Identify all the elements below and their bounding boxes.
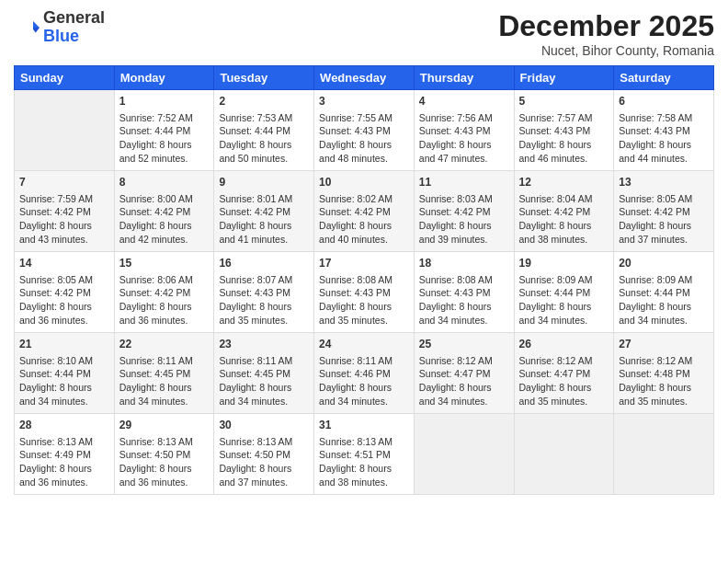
calendar-cell: 31Sunrise: 8:13 AMSunset: 4:51 PMDayligh… xyxy=(314,414,415,495)
day-info: and 46 minutes. xyxy=(519,152,609,166)
page-subtitle: Nucet, Bihor County, Romania xyxy=(498,43,714,58)
header-day-sunday: Sunday xyxy=(15,66,115,90)
day-info: Sunrise: 8:07 AM xyxy=(219,273,309,287)
day-info: and 37 minutes. xyxy=(619,233,709,247)
day-info: Sunrise: 8:13 AM xyxy=(119,435,210,449)
day-info: Daylight: 8 hours xyxy=(319,300,409,314)
day-info: Sunset: 4:49 PM xyxy=(19,448,109,462)
day-number: 8 xyxy=(119,175,210,190)
day-info: Sunrise: 8:01 AM xyxy=(219,192,309,206)
day-info: Sunrise: 8:08 AM xyxy=(419,273,509,287)
day-info: and 35 minutes. xyxy=(519,395,609,408)
day-number: 14 xyxy=(19,256,109,271)
day-info: Sunset: 4:43 PM xyxy=(219,286,309,300)
day-info: and 38 minutes. xyxy=(319,476,409,489)
calendar-table: SundayMondayTuesdayWednesdayThursdayFrid… xyxy=(14,65,714,495)
day-number: 5 xyxy=(519,94,609,109)
day-info: Sunset: 4:50 PM xyxy=(219,448,309,462)
week-row-4: 21Sunrise: 8:10 AMSunset: 4:44 PMDayligh… xyxy=(15,333,714,414)
day-info: and 42 minutes. xyxy=(119,233,210,247)
page-header: General Blue December 2025 Nucet, Bihor … xyxy=(14,9,714,58)
day-info: Daylight: 8 hours xyxy=(119,219,210,233)
day-info: Sunset: 4:42 PM xyxy=(319,205,409,219)
day-info: Sunset: 4:43 PM xyxy=(419,286,509,300)
day-info: Daylight: 8 hours xyxy=(519,300,609,314)
svg-rect-2 xyxy=(14,15,33,40)
logo-blue: Blue xyxy=(43,27,79,45)
header-day-thursday: Thursday xyxy=(414,66,514,90)
calendar-cell: 25Sunrise: 8:12 AMSunset: 4:47 PMDayligh… xyxy=(414,333,514,414)
day-info: Sunrise: 8:05 AM xyxy=(619,192,709,206)
day-info: and 36 minutes. xyxy=(19,314,109,327)
day-info: Sunrise: 7:52 AM xyxy=(119,111,210,125)
header-day-friday: Friday xyxy=(514,66,614,90)
day-info: Sunrise: 7:57 AM xyxy=(519,111,609,125)
day-number: 21 xyxy=(19,337,109,352)
calendar-cell xyxy=(514,414,614,495)
day-info: Daylight: 8 hours xyxy=(219,300,309,314)
header-day-wednesday: Wednesday xyxy=(314,66,415,90)
day-info: Daylight: 8 hours xyxy=(519,219,609,233)
day-info: Sunset: 4:42 PM xyxy=(19,286,109,300)
day-number: 20 xyxy=(619,256,709,271)
calendar-cell: 11Sunrise: 8:03 AMSunset: 4:42 PMDayligh… xyxy=(414,171,514,252)
day-info: and 35 minutes. xyxy=(219,314,309,327)
day-info: Sunrise: 8:05 AM xyxy=(19,273,109,287)
header-day-monday: Monday xyxy=(114,66,214,90)
day-info: and 34 minutes. xyxy=(519,314,609,327)
calendar-cell: 6Sunrise: 7:58 AMSunset: 4:43 PMDaylight… xyxy=(614,90,714,171)
logo-text: General Blue xyxy=(43,9,105,46)
calendar-cell: 21Sunrise: 8:10 AMSunset: 4:44 PMDayligh… xyxy=(15,333,115,414)
day-info: Sunrise: 8:12 AM xyxy=(519,354,609,368)
day-info: and 34 minutes. xyxy=(19,395,109,408)
day-info: Sunset: 4:45 PM xyxy=(119,367,210,381)
calendar-cell: 23Sunrise: 8:11 AMSunset: 4:45 PMDayligh… xyxy=(214,333,314,414)
day-info: Daylight: 8 hours xyxy=(319,462,409,476)
day-info: Sunset: 4:42 PM xyxy=(619,205,709,219)
day-number: 15 xyxy=(119,256,210,271)
day-info: Sunset: 4:44 PM xyxy=(219,124,309,138)
day-info: Daylight: 8 hours xyxy=(619,300,709,314)
day-number: 31 xyxy=(319,418,409,433)
day-info: and 34 minutes. xyxy=(619,314,709,327)
day-info: Sunrise: 8:13 AM xyxy=(19,435,109,449)
day-number: 7 xyxy=(19,175,109,190)
day-info: Sunset: 4:47 PM xyxy=(419,367,509,381)
calendar-cell: 26Sunrise: 8:12 AMSunset: 4:47 PMDayligh… xyxy=(514,333,614,414)
header-day-saturday: Saturday xyxy=(614,66,714,90)
day-info: Daylight: 8 hours xyxy=(319,381,409,395)
day-info: Daylight: 8 hours xyxy=(219,462,309,476)
day-info: Sunrise: 8:13 AM xyxy=(319,435,409,449)
day-number: 27 xyxy=(619,337,709,352)
calendar-cell xyxy=(15,90,115,171)
day-info: and 39 minutes. xyxy=(419,233,509,247)
day-info: Daylight: 8 hours xyxy=(119,381,210,395)
day-info: Sunset: 4:43 PM xyxy=(519,124,609,138)
day-info: Sunset: 4:42 PM xyxy=(519,205,609,219)
day-info: and 34 minutes. xyxy=(419,395,509,408)
day-info: and 35 minutes. xyxy=(619,395,709,408)
day-info: Sunset: 4:42 PM xyxy=(19,205,109,219)
day-info: and 47 minutes. xyxy=(419,152,509,166)
day-info: and 36 minutes. xyxy=(119,314,210,327)
calendar-cell: 13Sunrise: 8:05 AMSunset: 4:42 PMDayligh… xyxy=(614,171,714,252)
day-number: 1 xyxy=(119,94,210,109)
day-info: Sunrise: 8:00 AM xyxy=(119,192,210,206)
day-number: 13 xyxy=(619,175,709,190)
day-info: Sunset: 4:43 PM xyxy=(319,124,409,138)
day-info: Sunrise: 8:09 AM xyxy=(619,273,709,287)
logo-general: General xyxy=(43,8,105,27)
day-info: Daylight: 8 hours xyxy=(19,300,109,314)
day-info: and 36 minutes. xyxy=(19,476,109,489)
calendar-cell: 7Sunrise: 7:59 AMSunset: 4:42 PMDaylight… xyxy=(15,171,115,252)
day-info: Daylight: 8 hours xyxy=(19,219,109,233)
calendar-cell: 14Sunrise: 8:05 AMSunset: 4:42 PMDayligh… xyxy=(15,252,115,333)
day-number: 24 xyxy=(319,337,409,352)
day-info: Sunset: 4:42 PM xyxy=(419,205,509,219)
calendar-cell: 28Sunrise: 8:13 AMSunset: 4:49 PMDayligh… xyxy=(15,414,115,495)
day-info: Sunset: 4:46 PM xyxy=(319,367,409,381)
day-info: Daylight: 8 hours xyxy=(319,138,409,152)
day-info: Sunrise: 7:59 AM xyxy=(19,192,109,206)
calendar-cell: 4Sunrise: 7:56 AMSunset: 4:43 PMDaylight… xyxy=(414,90,514,171)
day-info: Daylight: 8 hours xyxy=(19,381,109,395)
